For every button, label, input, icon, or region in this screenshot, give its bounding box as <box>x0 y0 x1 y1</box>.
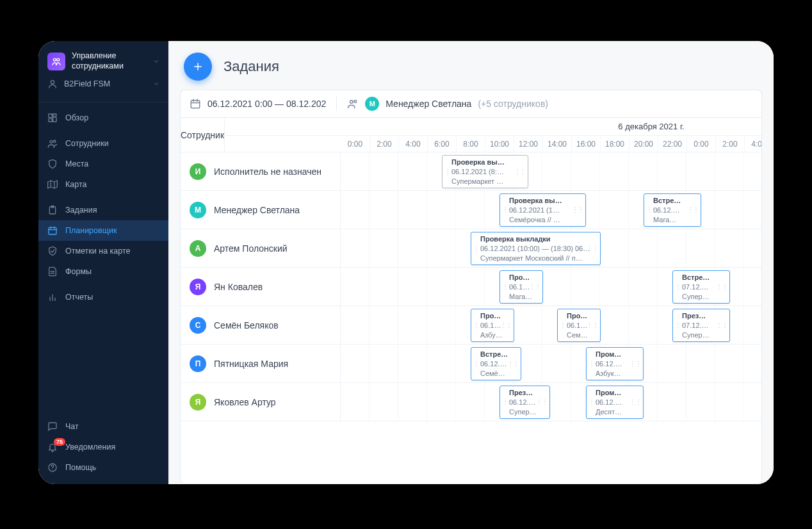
task-title: Проверка выкладки <box>480 234 591 244</box>
drag-handle-icon[interactable]: ⋮⋮ <box>587 244 598 253</box>
employee-cell[interactable]: ММенеджер Светлана <box>181 191 341 229</box>
task-title: Встре… <box>682 273 720 282</box>
svg-rect-3 <box>49 114 52 117</box>
drag-handle-icon[interactable]: ⋮⋮ <box>716 282 727 291</box>
employee-cell[interactable]: ССемён Беляков <box>181 306 341 344</box>
sidebar-item-employees[interactable]: Сотрудники <box>38 133 168 154</box>
sidebar-item-tasks[interactable]: Задания <box>38 200 168 220</box>
add-task-button[interactable] <box>184 53 212 81</box>
planner-icon <box>47 225 58 236</box>
drag-handle-icon[interactable]: ⋮⋮ <box>507 359 519 368</box>
drag-handle-icon[interactable]: ⋮⋮ <box>572 206 583 215</box>
sidebar-item-forms[interactable]: Формы <box>38 261 168 282</box>
task-title: През… <box>682 311 720 321</box>
sidebar-item-label: Задания <box>65 206 97 215</box>
task-card[interactable]: ⋮⋮През…07.12.…Супер…⋮⋮ <box>672 309 730 342</box>
chevron-down-icon <box>153 58 159 65</box>
task-place: Супер… <box>682 330 720 340</box>
drag-handle-icon[interactable]: ⋮⋮ <box>500 321 512 330</box>
drag-handle-icon[interactable]: ⋮⋮ <box>629 359 641 368</box>
user-icon <box>47 79 58 89</box>
sidebar-item-label: Обзор <box>65 113 88 122</box>
drag-handle-icon[interactable]: ⋮⋮ <box>687 206 699 215</box>
task-title: През… <box>509 388 540 398</box>
calendar-icon[interactable] <box>190 98 201 110</box>
drag-handle-icon[interactable]: ⋮⋮ <box>502 282 514 291</box>
employee-cell[interactable]: ААртем Полонский <box>181 229 341 267</box>
task-card[interactable]: ⋮⋮Пром…06.12.…Мага…⋮⋮ <box>499 270 543 304</box>
task-card[interactable]: ⋮⋮През…06.12.…Супер…⋮⋮ <box>499 386 550 419</box>
employee-avatar: С <box>190 317 206 334</box>
drag-handle-icon[interactable]: ⋮⋮ <box>589 398 600 407</box>
sidebar-item-label: Карта <box>65 180 86 189</box>
employee-cell[interactable]: ППятницкая Мария <box>181 345 341 382</box>
employee-name: Семён Беляков <box>214 320 279 330</box>
task-card[interactable]: ⋮⋮Проверка вы…06.12.2021 (8:…Супермаркет… <box>442 155 528 188</box>
sidebar-item-map[interactable]: Карта <box>38 174 168 195</box>
drag-handle-icon[interactable]: ⋮⋮ <box>502 398 514 407</box>
sidebar-item-overview[interactable]: Обзор <box>38 108 168 128</box>
org-switcher[interactable]: B2Field FSM <box>47 79 159 89</box>
sidebar-item-label: Отчеты <box>65 293 93 302</box>
drag-handle-icon[interactable]: ⋮⋮ <box>502 206 514 215</box>
employee-cell[interactable]: ЯЯковлев Артур <box>181 383 341 421</box>
task-card[interactable]: ⋮⋮Пром…06.12.…Семё…⋮⋮ <box>557 309 601 342</box>
sidebar-item-planner[interactable]: Планировщик <box>38 220 168 241</box>
task-place: Азбук… <box>596 369 634 378</box>
planner-scroll[interactable]: Сотрудник 6 декабря 2021 г. 0:002:004:00… <box>181 118 761 484</box>
app-switcher[interactable]: Управление сотрудниками <box>47 51 159 71</box>
svg-marker-9 <box>48 181 58 188</box>
task-card[interactable]: ⋮⋮Встре…06.12.…Семё…⋮⋮ <box>471 347 521 380</box>
drag-handle-icon[interactable]: ⋮⋮ <box>536 398 548 407</box>
drag-handle-icon[interactable]: ⋮⋮ <box>589 359 600 368</box>
bar-chart-icon <box>47 292 58 302</box>
task-card[interactable]: ⋮⋮Пров…06.12.…Азбук…⋮⋮ <box>471 309 514 342</box>
sidebar-item-geomarks[interactable]: Отметки на карте <box>38 241 168 261</box>
drag-handle-icon[interactable]: ⋮⋮ <box>629 398 641 407</box>
task-card[interactable]: ⋮⋮Встре…07.12.…Супер…⋮⋮ <box>672 270 730 304</box>
task-title: Пром… <box>567 311 591 321</box>
users-icon[interactable] <box>347 98 359 110</box>
sidebar-item-reports[interactable]: Отчеты <box>38 287 168 307</box>
task-place: Мага… <box>509 292 533 302</box>
employee-track[interactable]: ⋮⋮Пров…06.12.…Азбук…⋮⋮⋮⋮Пром…06.12.…Семё… <box>341 306 761 344</box>
hour-cell: 20:00 <box>629 136 658 152</box>
task-card[interactable]: ⋮⋮Проверка выкладки06.12.2021 (10:00) — … <box>471 232 601 265</box>
task-card[interactable]: ⋮⋮Пром…06.12.…Десят…⋮⋮ <box>586 386 644 419</box>
hour-cell: 4:00 <box>398 136 427 152</box>
sidebar-item-label: Планировщик <box>65 226 117 235</box>
employee-track[interactable]: ⋮⋮Проверка выкладки06.12.2021 (10:00) — … <box>341 229 761 267</box>
sidebar-item-chat[interactable]: Чат <box>38 416 168 437</box>
drag-handle-icon[interactable]: ⋮⋮ <box>560 321 571 330</box>
drag-handle-icon[interactable]: ⋮⋮ <box>444 167 456 176</box>
employee-track[interactable]: ⋮⋮Встре…06.12.…Семё…⋮⋮⋮⋮Пром…06.12.…Азбу… <box>341 345 761 382</box>
employee-cell[interactable]: ИИсполнитель не назначен <box>181 152 341 190</box>
drag-handle-icon[interactable]: ⋮⋮ <box>473 244 485 253</box>
employee-track[interactable]: ⋮⋮Проверка вы…06.12.2021 (1…Семёрочка //… <box>341 191 761 229</box>
sidebar-item-label: Уведомления <box>65 443 115 452</box>
drag-handle-icon[interactable]: ⋮⋮ <box>473 359 485 368</box>
employee-track[interactable]: ⋮⋮Проверка вы…06.12.2021 (8:…Супермаркет… <box>341 152 761 190</box>
drag-handle-icon[interactable]: ⋮⋮ <box>675 321 686 330</box>
sidebar-item-help[interactable]: Помощь <box>38 457 168 478</box>
sidebar-item-notifications[interactable]: Уведомления 75 <box>38 437 168 457</box>
drag-handle-icon[interactable]: ⋮⋮ <box>675 282 686 291</box>
drag-handle-icon[interactable]: ⋮⋮ <box>716 321 727 330</box>
task-card[interactable]: ⋮⋮Проверка вы…06.12.2021 (1…Семёрочка //… <box>499 193 586 227</box>
task-time: 06.12.2021 (1… <box>509 206 576 215</box>
employee-cell[interactable]: ЯЯн Ковалев <box>181 268 341 305</box>
sidebar-item-places[interactable]: Места <box>38 154 168 174</box>
task-card[interactable]: ⋮⋮Встре…06.12.…Мага…⋮⋮ <box>644 193 701 227</box>
drag-handle-icon[interactable]: ⋮⋮ <box>587 321 598 330</box>
manager-name[interactable]: Менеджер Светлана <box>386 99 471 109</box>
employee-track[interactable]: ⋮⋮Пром…06.12.…Мага…⋮⋮⋮⋮Встре…07.12.…Супе… <box>341 268 761 305</box>
date-range[interactable]: 06.12.2021 0:00 — 08.12.202 <box>207 99 326 109</box>
employee-track[interactable]: ⋮⋮През…06.12.…Супер…⋮⋮⋮⋮Пром…06.12.…Деся… <box>341 383 761 421</box>
drag-handle-icon[interactable]: ⋮⋮ <box>473 321 485 330</box>
drag-handle-icon[interactable]: ⋮⋮ <box>529 282 540 291</box>
employee-row: ССемён Беляков⋮⋮Пров…06.12.…Азбук…⋮⋮⋮⋮Пр… <box>181 306 761 345</box>
drag-handle-icon[interactable]: ⋮⋮ <box>514 167 526 176</box>
drag-handle-icon[interactable]: ⋮⋮ <box>646 206 658 215</box>
task-card[interactable]: ⋮⋮Пром…06.12.…Азбук…⋮⋮ <box>586 347 644 380</box>
svg-point-8 <box>54 140 56 142</box>
